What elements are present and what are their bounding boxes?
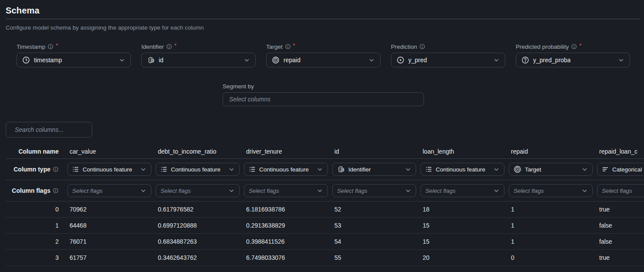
prediction-icon — [397, 56, 404, 64]
table-cell: 1 — [509, 206, 597, 213]
info-icon[interactable] — [47, 44, 53, 50]
column-type-value: Continuous feature — [436, 166, 485, 173]
chevron-down-icon — [368, 57, 375, 64]
column-flags-select-driver-tenure[interactable]: Select flags — [244, 184, 328, 197]
required-marker: * — [293, 44, 295, 48]
identifier-label-text: Identifier — [141, 44, 164, 50]
info-icon[interactable] — [571, 44, 577, 50]
column-type-select-id[interactable]: Identifier — [332, 163, 416, 176]
fingerprint-icon — [337, 165, 345, 173]
table-cell: false — [597, 238, 644, 245]
search-columns-input[interactable] — [15, 126, 87, 133]
target-select[interactable]: repaid — [266, 53, 380, 67]
column-flags-select-loan-length[interactable]: Select flags — [420, 184, 504, 197]
table-cell: 64468 — [67, 222, 156, 229]
info-icon[interactable] — [53, 188, 59, 194]
segment-by-select[interactable]: Select columns — [223, 92, 424, 106]
column-type-select-car-value[interactable]: Continuous feature — [67, 163, 151, 176]
table-cell: 54 — [332, 238, 420, 245]
column-flags-select-repaid[interactable]: Select flags — [509, 184, 593, 197]
column-type-select-repaid[interactable]: Target — [509, 163, 593, 176]
segment-by-label-text: Segment by — [223, 83, 254, 90]
column-type-select-driver-tenure[interactable]: Continuous feature — [244, 163, 328, 176]
numbered-list-icon — [72, 166, 79, 173]
column-name-header: Column name — [6, 148, 67, 155]
help-icon — [521, 56, 529, 64]
segment-by-placeholder: Select columns — [229, 96, 270, 103]
column-type-cell: Target — [509, 163, 597, 176]
prediction-select[interactable]: y_pred — [391, 53, 505, 67]
predicted-probability-select[interactable]: y_pred_proba — [516, 53, 630, 67]
chevron-down-icon — [493, 188, 500, 194]
predicted-probability-label: Predicted probability* — [516, 44, 630, 50]
table-cell: 0.3988411526 — [244, 238, 332, 245]
required-marker: * — [579, 44, 581, 48]
numbered-list-icon — [249, 166, 256, 173]
table-cell: 61757 — [67, 254, 156, 261]
info-icon[interactable] — [419, 44, 425, 50]
chevron-down-icon — [581, 166, 588, 173]
predicted-probability-select-value: y_pred_proba — [533, 57, 571, 64]
column-flags-placeholder: Select flags — [160, 188, 191, 194]
table-row: 2760710.68348872630.398841152654151false — [6, 234, 644, 250]
clock-icon — [22, 56, 30, 64]
table-row: 3617570.34626437626.749803307655200true — [6, 250, 644, 266]
info-icon[interactable] — [285, 44, 291, 50]
chevron-down-icon — [140, 188, 147, 194]
column-type-cell: Continuous feature — [244, 163, 332, 176]
column-header: loan_length — [420, 148, 509, 155]
chevron-down-icon — [317, 166, 323, 173]
table-cell: 55 — [332, 254, 420, 261]
target-icon — [272, 56, 280, 64]
column-type-value: Target — [525, 166, 541, 173]
table-row: 1644680.69971208880.291363882953151false — [6, 218, 644, 234]
table-cell: 6.1816938786 — [244, 206, 332, 213]
table-cell: 53 — [332, 222, 420, 229]
page-title: Schema — [6, 5, 644, 16]
column-type-label-text: Column type — [13, 166, 50, 173]
column-type-select-debt-to-income-ratio[interactable]: Continuous feature — [156, 163, 240, 176]
row-index: 1 — [6, 222, 67, 229]
chevron-down-icon — [140, 166, 147, 173]
table-cell: 0.3462643762 — [156, 254, 244, 261]
chevron-down-icon — [493, 166, 500, 173]
column-flags-cell: Select flags — [67, 184, 156, 197]
column-flags-label-text: Column flags — [12, 187, 50, 194]
identifier-select[interactable]: id — [141, 53, 256, 67]
timestamp-select[interactable]: timestamp — [17, 53, 131, 67]
column-header: driver_tenure — [244, 148, 332, 155]
predicted-probability-label-text: Predicted probability — [516, 44, 569, 50]
table-cell: 0.617976582 — [156, 206, 244, 213]
column-flags-select-id[interactable]: Select flags — [332, 184, 416, 197]
info-icon[interactable] — [166, 44, 172, 50]
column-flags-cell: Select flags — [156, 184, 244, 197]
page-subtitle: Configure model schema by assigining the… — [6, 24, 638, 31]
chevron-down-icon — [405, 166, 411, 173]
target-icon — [514, 165, 521, 173]
numbered-list-icon — [160, 166, 167, 173]
table-cell: 0.2913638829 — [244, 222, 332, 229]
title-divider — [6, 19, 641, 19]
table-cell: 15 — [420, 238, 509, 245]
column-type-value: Continuous feature — [83, 166, 132, 173]
table-cell: true — [597, 206, 644, 213]
column-flags-select-car-value[interactable]: Select flags — [67, 184, 151, 197]
column-type-select-repaid-loan-c[interactable]: Categorical — [597, 163, 644, 176]
schema-field-identifier: Identifier*id — [141, 44, 256, 67]
table-cell: 15 — [420, 222, 509, 229]
column-type-value: Categorical — [612, 166, 642, 173]
target-label: Target* — [266, 44, 380, 50]
table-cell: 70962 — [67, 206, 156, 213]
column-type-cell: Continuous feature — [67, 163, 156, 176]
column-type-cell: Continuous feature — [156, 163, 244, 176]
schema-table: Column namecar_valuedebt_to_income_ratio… — [6, 144, 644, 266]
column-flags-select-debt-to-income-ratio[interactable]: Select flags — [156, 184, 240, 197]
column-flags-cell: Select flags — [597, 184, 644, 197]
column-type-cell: Identifier — [332, 163, 420, 176]
column-flags-select-repaid-loan-c[interactable]: Select flags — [597, 184, 644, 197]
table-cell: 0 — [509, 254, 597, 261]
column-header: debt_to_income_ratio — [156, 148, 244, 155]
info-icon[interactable] — [53, 166, 59, 172]
schema-field-timestamp: Timestamp*timestamp — [17, 44, 131, 67]
column-type-select-loan-length[interactable]: Continuous feature — [420, 163, 504, 176]
